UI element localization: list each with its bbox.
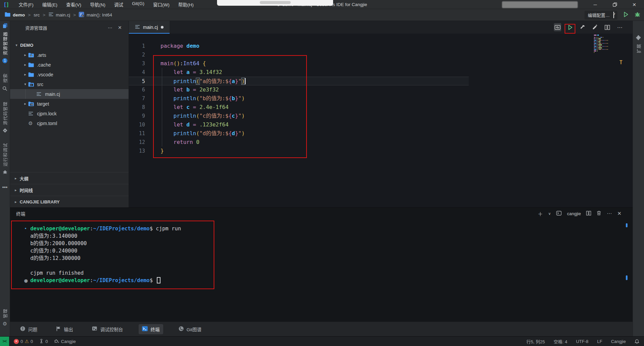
run-config-dropdown[interactable]: 编辑配置… ▾ (584, 11, 617, 20)
close-button[interactable]: ✕ (624, 0, 644, 9)
panel-tab-调试控制台[interactable]: 调试控制台 (88, 324, 127, 334)
code-line-4[interactable]: 4 let a = 3.14f32 (129, 68, 633, 77)
minimap-bar (596, 44, 596, 45)
tab-main-cj[interactable]: main.cj (129, 21, 170, 34)
status-item-3[interactable]: LF (597, 339, 602, 344)
code-line-10[interactable]: 10 let d = .123e2f64 (129, 120, 633, 129)
code-line-8[interactable]: 8 let c = 2.4e-1f64 (129, 103, 633, 112)
status-item-0[interactable]: 行5, 列25 (527, 338, 545, 345)
breadcrumb-item-demo[interactable]: demo (5, 12, 25, 18)
tree-root-demo[interactable]: ▾DEMO (10, 40, 129, 50)
status-item-4[interactable]: Cangjie (611, 339, 626, 344)
code-segment: ( (196, 130, 200, 137)
breadcrumb-label: main(): Int64 (86, 12, 112, 17)
terminal-line-0: •developer@developer:~/IDEProjects/demo$… (10, 225, 633, 232)
remote-indicator[interactable]: >< (0, 337, 9, 346)
preview-output-button[interactable] (554, 23, 561, 31)
terminal-dropdown-button[interactable]: ∨ (548, 212, 551, 216)
debug-button[interactable] (634, 11, 641, 19)
code-line-12[interactable]: 12 return 0 (129, 138, 633, 147)
code-line-2[interactable]: 2 (129, 50, 633, 59)
tree-item-src[interactable]: ▾src (10, 79, 129, 89)
code-line-5[interactable]: 5 println("a的值为:${a}") (129, 77, 469, 85)
bell-icon[interactable] (635, 339, 639, 344)
panel-tab-输出[interactable]: 输出 (53, 324, 76, 334)
breadcrumb-item-src[interactable]: src (34, 12, 40, 17)
chevron-right-icon[interactable]: ▸ (22, 53, 28, 57)
menu-item-0[interactable]: 文件(F) (19, 1, 33, 8)
panel-tab-问题[interactable]: 问题 (17, 324, 41, 334)
problems-status[interactable]: ✕ 0 ⚠ 0 (14, 339, 33, 344)
section-时间线[interactable]: ▸时间线 (10, 184, 129, 196)
activity-item-source-control[interactable]: 源代码管理 (2, 102, 8, 133)
run-button[interactable] (622, 11, 629, 19)
menu-item-3[interactable]: 导航(N) (90, 1, 106, 8)
chevron-right-icon[interactable]: ▸ (22, 63, 28, 67)
menu-item-7[interactable]: 帮助(H) (178, 1, 194, 8)
more-actions-button[interactable]: ⋯ (616, 23, 623, 31)
new-terminal-button[interactable]: ＋ (538, 210, 543, 217)
split-terminal-button[interactable] (586, 211, 591, 217)
menu-item-1[interactable]: 编辑(E) (42, 1, 58, 8)
tree-item-.cache[interactable]: ▸.cache (10, 60, 129, 70)
panel-tab-终端[interactable]: 终端 (139, 324, 163, 334)
menu-item-5[interactable]: Git(G) (132, 1, 144, 8)
terminal-segment: : (90, 226, 93, 232)
tree-item-cjpm.toml[interactable]: ⚙cjpm.toml (10, 118, 129, 128)
terminal-shell-label[interactable]: cangjie (567, 211, 581, 216)
minimap-line (594, 43, 616, 44)
split-editor-button[interactable] (604, 23, 611, 31)
debug-status[interactable]: Cangjie (54, 339, 76, 344)
breadcrumb-item-main(): Int64[interactable]: fxmain(): Int64 (79, 12, 112, 18)
build-button[interactable] (579, 23, 586, 31)
code-line-9[interactable]: 9 println("c的值为:${c}") (129, 112, 633, 120)
code-editor[interactable]: 1package demo23main():Int64 {4 let a = 3… (129, 34, 633, 207)
tree-item-.vscode[interactable]: ▸.vscode (10, 70, 129, 79)
minimap-bar (600, 37, 602, 38)
breadcrumb-item-main.cj[interactable]: main.cj (48, 12, 70, 17)
panel-close-button[interactable]: ✕ (617, 210, 621, 217)
panel-more-button[interactable]: ⋯ (607, 210, 612, 217)
status-item-2[interactable]: UTF-8 (576, 339, 588, 344)
edit-button[interactable] (591, 23, 599, 31)
tree-item-.arts[interactable]: ▸$.arts (10, 50, 129, 60)
chevron-right-icon[interactable]: ▸ (22, 72, 28, 77)
tree-item-cjpm.lock[interactable]: cjpm.lock (10, 109, 129, 118)
code-line-3[interactable]: 3main():Int64 { (129, 59, 633, 68)
tree-item-target[interactable]: ▸TARtarget (10, 99, 129, 109)
code-segment (160, 121, 174, 128)
code-line-13[interactable]: 13} (129, 147, 633, 155)
menu-item-6[interactable]: 窗口(W) (153, 1, 170, 8)
minimap[interactable] (594, 35, 616, 53)
restore-button[interactable] (605, 0, 624, 9)
kill-terminal-button[interactable] (597, 210, 601, 217)
chevron-down-icon[interactable]: ▾ (22, 82, 28, 86)
code-line-7[interactable]: 7 println("b的值为:${b}") (129, 94, 633, 103)
explorer-close-button[interactable]: ✕ (118, 25, 122, 30)
status-item-1[interactable]: 空格: 4 (553, 338, 567, 345)
minimize-button[interactable]: ─ (585, 0, 605, 9)
activity-item-manage[interactable]: 管理⚙ (2, 309, 8, 326)
explorer-more-button[interactable]: ⋯ (108, 25, 112, 30)
minimap-bar (598, 47, 602, 48)
activity-item-search[interactable]: 搜索 (2, 73, 8, 91)
code-line-11[interactable]: 11 println("d的值为:${d}") (129, 129, 633, 138)
activity-item-run-debug[interactable]: 运行和调试 (2, 143, 8, 175)
panel-tab-Git图谱[interactable]: Git图谱 (175, 324, 205, 334)
minimap-bar (599, 40, 601, 41)
tree-item-main.cj[interactable]: main.cj (10, 89, 129, 99)
ports-status[interactable]: 0 (39, 339, 48, 344)
section-CANGJIE LIBRARY[interactable]: ▸CANGJIE LIBRARY (10, 196, 129, 207)
section-大纲[interactable]: ▸大纲 (10, 172, 129, 184)
activity-item-more[interactable]: ••• (2, 185, 8, 190)
activity-item-explorer[interactable]: 资源管理器1 (2, 23, 8, 63)
activity-item-extensions[interactable]: 扩展 (635, 35, 642, 53)
run-file-button[interactable] (566, 23, 574, 31)
terminal-output[interactable]: •developer@developer:~/IDEProjects/demo$… (10, 219, 633, 322)
code-line-6[interactable]: 6 let b = 2e3f32 (129, 85, 633, 94)
menu-item-4[interactable]: 调试 (114, 1, 123, 8)
menu-item-2[interactable]: 查看(V) (66, 1, 81, 8)
code-line-1[interactable]: 1package demo (129, 42, 633, 50)
code-segment: 2e3f32 (200, 86, 219, 93)
chevron-right-icon[interactable]: ▸ (22, 102, 28, 106)
